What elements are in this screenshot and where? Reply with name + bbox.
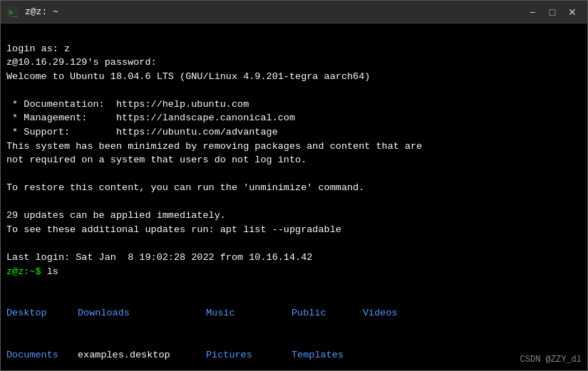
- ls-templates: Templates: [292, 348, 344, 362]
- ls-row-2: Documents examples.desktop Pictures Temp…: [6, 348, 582, 362]
- ls-documents: Documents: [6, 348, 78, 362]
- ls-row-1: Desktop Downloads Music Public Videos: [6, 306, 582, 320]
- window-controls: − □ ✕: [523, 3, 582, 21]
- terminal-body[interactable]: login as: z z@10.16.29.129's password: W…: [1, 23, 587, 370]
- titlebar: >_ z@z: ~ − □ ✕: [1, 1, 587, 23]
- terminal-window: >_ z@z: ~ − □ ✕ login as: z z@10.16.29.1…: [0, 0, 588, 371]
- watermark: CSDN @ZZY_dl: [520, 355, 582, 365]
- cmd-ls: ls: [47, 266, 58, 277]
- ls-videos: Videos: [363, 306, 398, 320]
- line-welcome: Welcome to Ubuntu 18.04.6 LTS (GNU/Linux…: [6, 71, 370, 82]
- prompt1: z@z:~$: [6, 266, 47, 277]
- line-minimized1: This system has been minimized by removi…: [6, 141, 422, 152]
- line-restore: To restore this content, you can run the…: [6, 182, 364, 193]
- ls-public: Public: [292, 306, 363, 320]
- minimize-button[interactable]: −: [523, 3, 542, 21]
- line-lastlogin: Last login: Sat Jan 8 19:02:28 2022 from…: [6, 252, 312, 263]
- window-title: z@z: ~: [25, 6, 523, 17]
- terminal-icon: >_: [6, 6, 19, 19]
- ls-examples: examples.desktop: [78, 348, 206, 362]
- ls-music: Music: [206, 306, 292, 320]
- line-updates2: To see these additional updates run: apt…: [6, 224, 341, 235]
- ls-downloads: Downloads: [78, 306, 206, 320]
- ls-desktop: Desktop: [6, 306, 78, 320]
- line-mgmt: * Management: https://landscape.canonica…: [6, 113, 295, 123]
- svg-text:>_: >_: [9, 9, 18, 17]
- line-doc: * Documentation: https://help.ubuntu.com: [6, 99, 249, 110]
- maximize-button[interactable]: □: [543, 3, 562, 21]
- line-updates1: 29 updates can be applied immediately.: [6, 210, 226, 221]
- line-password: z@10.16.29.129's password:: [6, 57, 157, 68]
- line-support: * Support: https://ubuntu.com/advantage: [6, 127, 278, 137]
- line-minimized2: not required on a system that users do n…: [6, 155, 306, 165]
- terminal-output: login as: z z@10.16.29.129's password: W…: [6, 28, 582, 278]
- close-button[interactable]: ✕: [563, 3, 582, 21]
- ls-output: Desktop Downloads Music Public Videos Do…: [6, 278, 582, 370]
- line-login: login as: z: [6, 43, 70, 54]
- ls-pictures: Pictures: [206, 348, 292, 362]
